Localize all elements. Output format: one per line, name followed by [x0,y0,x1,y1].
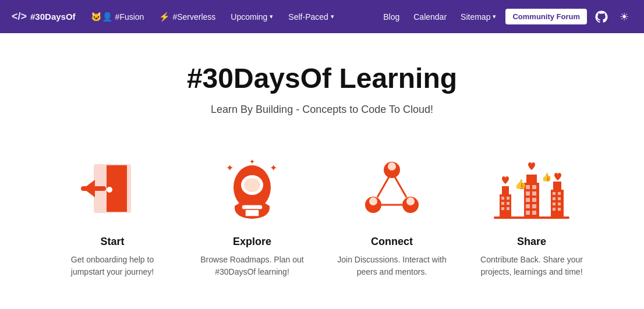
svg-rect-21 [501,197,504,200]
nav-upcoming-label: Upcoming [231,12,267,22]
svg-point-7 [244,178,260,192]
svg-rect-24 [507,202,509,205]
svg-rect-26 [507,207,509,210]
calendar-label: Calendar [413,12,447,22]
svg-rect-22 [507,197,509,200]
nav-blog-link[interactable]: Blog [378,9,404,25]
svg-rect-33 [526,198,530,202]
brand-bracket-open: </> [12,10,27,23]
hero-section: #30DaysOf Learning Learn By Building - C… [0,33,644,133]
svg-rect-44 [558,197,561,200]
hero-subtitle: Learn By Building - Concepts to Code To … [12,104,632,116]
svg-rect-43 [553,197,555,200]
svg-text:✦: ✦ [249,158,255,166]
svg-point-15 [406,197,415,205]
svg-rect-38 [532,211,536,215]
nav-calendar-link[interactable]: Calendar [409,9,451,25]
navigation: </> #30DaysOf 🐱‍👤 #Fusion ⚡ #Serverless … [0,0,644,33]
card-connect: Connect Join Discussions. Interact with … [334,151,450,278]
svg-text:👍: 👍 [542,172,552,182]
explore-icon: ✦ ✦ ✦ [214,151,290,226]
svg-point-11 [388,162,396,171]
share-title: Share [517,236,546,248]
fusion-icon: 🐱‍👤 [91,12,113,22]
svg-rect-31 [526,191,530,196]
svg-text:👍: 👍 [515,179,526,190]
connect-title: Connect [371,236,413,248]
nav-sitemap-link[interactable]: Sitemap ▾ [456,9,501,25]
explore-desc: Browse Roadmaps. Plan out #30DaysOf lear… [194,254,310,278]
svg-text:✦: ✦ [226,163,233,173]
svg-rect-35 [526,204,530,208]
nav-fusion-label: #Fusion [115,12,144,22]
svg-rect-23 [501,202,504,205]
nav-serverless-label: #Serverless [172,12,215,22]
svg-rect-48 [558,208,561,211]
svg-rect-28 [526,175,537,184]
serverless-icon: ⚡ [159,12,170,22]
svg-rect-46 [558,203,561,205]
svg-rect-42 [558,192,561,195]
blog-label: Blog [383,12,399,22]
selfpaced-chevron-icon: ▾ [331,13,334,20]
svg-rect-30 [532,185,536,189]
svg-rect-20 [502,186,509,196]
github-icon-button[interactable] [592,8,611,26]
nav-item-serverless[interactable]: ⚡ #Serverless [153,8,221,26]
explore-title: Explore [233,236,271,248]
card-start: Start Get onboarding help to jumpstart y… [54,151,171,278]
brand-text: #30DaysOf [30,12,76,22]
brand-logo[interactable]: </> #30DaysOf [12,10,76,23]
theme-toggle-button[interactable]: ☀ [616,8,632,26]
connect-icon [354,151,430,226]
share-desc: Contribute Back. Share your projects, le… [473,254,590,278]
svg-rect-29 [526,185,530,189]
sitemap-label: Sitemap [461,12,490,22]
cards-section: Start Get onboarding help to jumpstart y… [0,133,644,301]
upcoming-chevron-icon: ▾ [270,13,273,20]
start-desc: Get onboarding help to jumpstart your jo… [54,254,171,278]
svg-rect-40 [553,182,561,191]
nav-selfpaced-label: Self-Paced [288,12,328,22]
svg-rect-8 [242,205,263,209]
svg-rect-9 [245,209,259,216]
start-icon [75,151,150,226]
connect-desc: Join Discussions. Interact with peers an… [334,254,450,278]
svg-rect-51 [494,216,569,219]
nav-item-selfpaced[interactable]: Self-Paced ▾ [282,9,339,25]
svg-rect-37 [526,211,530,215]
start-title: Start [100,236,124,248]
sitemap-chevron-icon: ▾ [493,13,496,20]
community-forum-button[interactable]: Community Forum [505,9,587,24]
svg-rect-25 [501,207,504,210]
svg-rect-45 [553,203,555,205]
svg-line-17 [395,177,406,197]
share-icon: 👍 👍 [494,151,569,226]
svg-point-13 [369,197,377,205]
card-share: 👍 👍 Share Contribute Back. Share your pr… [473,151,590,278]
github-icon [595,10,608,23]
svg-rect-32 [532,191,536,196]
svg-line-16 [377,177,389,197]
nav-item-fusion[interactable]: 🐱‍👤 #Fusion [85,8,150,26]
svg-text:✦: ✦ [270,163,277,173]
svg-rect-41 [553,192,555,195]
svg-point-1 [107,187,112,193]
nav-item-upcoming[interactable]: Upcoming ▾ [225,9,279,25]
hero-title: #30DaysOf Learning [12,62,632,94]
svg-rect-36 [532,204,536,208]
svg-rect-34 [532,198,536,202]
nav-right-links: Blog Calendar Sitemap ▾ Community Forum … [378,8,632,26]
card-explore: ✦ ✦ ✦ Explore Browse Roadmaps. Plan out … [194,151,310,278]
sun-icon: ☀ [620,10,629,23]
svg-rect-47 [553,208,555,211]
